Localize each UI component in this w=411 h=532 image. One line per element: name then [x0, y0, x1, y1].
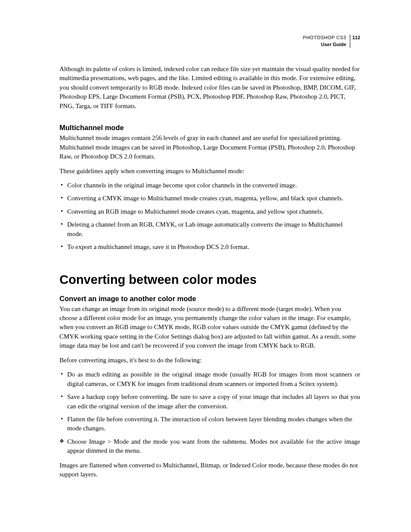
- convert-image-para-1: You can change an image from its origina…: [59, 305, 360, 351]
- list-item: Save a backup copy before converting. Be…: [59, 392, 360, 411]
- list-item: Converting a CMYK image to Multichannel …: [59, 194, 360, 203]
- convert-image-para-3: Images are flattened when converted to M…: [59, 461, 360, 479]
- page-number: 112: [350, 34, 360, 41]
- list-item: Deleting a channel from an RGB, CMYK, or…: [59, 220, 360, 239]
- multichannel-para-1: Multichannel mode images contain 256 lev…: [59, 134, 360, 161]
- multichannel-heading: Multichannel mode: [59, 124, 360, 132]
- list-item: Converting an RGB image to Multichannel …: [59, 207, 360, 216]
- diamond-instruction: Choose Image > Mode and the mode you wan…: [59, 437, 360, 456]
- guide-label: User Guide: [321, 41, 350, 48]
- convert-image-para-2: Before converting images, it's best to d…: [59, 356, 360, 365]
- list-item: Flatten the file before converting it. T…: [59, 415, 360, 433]
- list-item: To export a multichannel image, save it …: [59, 243, 360, 252]
- convert-image-bullet-list: Do as much editing as possible in the or…: [59, 370, 360, 433]
- multichannel-bullet-list: Color channels in the original image bec…: [59, 181, 360, 252]
- multichannel-para-2: These guidelines apply when converting i…: [59, 167, 360, 176]
- product-name: PHOTOSHOP CS3: [303, 34, 350, 41]
- convert-image-heading: Convert an image to another color mode: [59, 295, 360, 303]
- converting-section-heading: Converting between color modes: [59, 273, 360, 287]
- list-item: Do as much editing as possible in the or…: [59, 370, 360, 389]
- running-header: PHOTOSHOP CS3112 User Guide112: [303, 34, 360, 48]
- list-item: Color channels in the original image bec…: [59, 181, 360, 190]
- intro-paragraph: Although its palette of colors is limite…: [59, 65, 360, 111]
